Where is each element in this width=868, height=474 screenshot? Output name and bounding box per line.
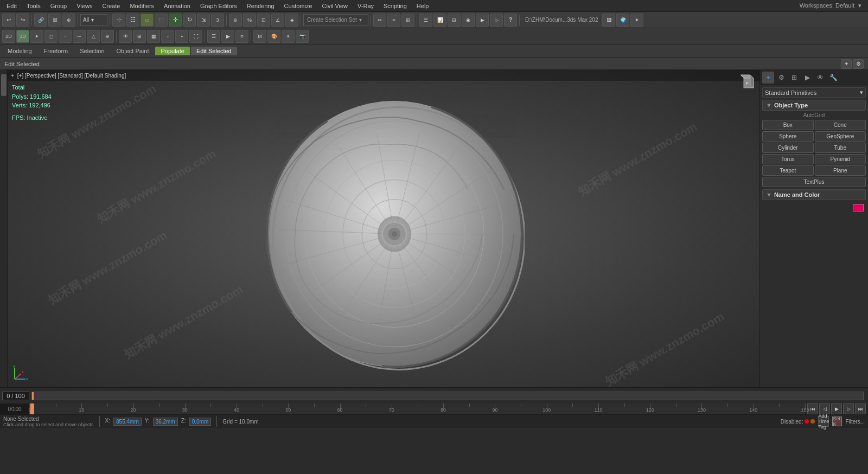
- align-button[interactable]: ≡: [387, 14, 400, 27]
- window-crossing-button[interactable]: ⬚: [155, 14, 168, 27]
- rp-tab-modify[interactable]: ⚙: [775, 72, 787, 84]
- snap-2d[interactable]: 2D: [2, 30, 15, 43]
- menu-scripting[interactable]: Scripting: [379, 2, 411, 10]
- scrubber-ruler[interactable]: 0102030405060708090100110120130140150: [30, 403, 805, 414]
- render-effects-btn[interactable]: ✦: [630, 14, 643, 27]
- vp-single[interactable]: ▪: [175, 30, 188, 43]
- percent-snap[interactable]: %: [243, 14, 256, 27]
- set-key-btn[interactable]: Set K: [832, 417, 842, 426]
- toggle-ribbon[interactable]: ≡: [235, 30, 248, 43]
- vp-quad[interactable]: ▫: [161, 30, 174, 43]
- torus-button[interactable]: Torus: [762, 154, 814, 164]
- object-type-section-header[interactable]: ▼ Object Type: [762, 100, 866, 111]
- quick-render[interactable]: ▷: [490, 14, 503, 27]
- toggle-command-panel[interactable]: ▶: [221, 30, 234, 43]
- menu-animation[interactable]: Animation: [159, 2, 195, 10]
- menu-graph-editors[interactable]: Graph Editors: [196, 2, 241, 10]
- geosphere-button[interactable]: GeoSphere: [815, 131, 866, 142]
- next-frame-btn[interactable]: ⏭: [855, 403, 866, 414]
- rp-tab-utilities[interactable]: 🔧: [827, 72, 839, 84]
- bind-to-space-warp[interactable]: ⊕: [62, 14, 75, 27]
- prev-key-btn[interactable]: ◁: [819, 403, 830, 414]
- edit-selected-tool-1[interactable]: ✦: [841, 59, 852, 69]
- color-swatch[interactable]: [853, 204, 864, 212]
- undo-button[interactable]: [2, 14, 15, 27]
- schematic-view[interactable]: ⊟: [448, 14, 461, 27]
- snap-toggle[interactable]: ◈: [285, 14, 298, 27]
- angle-snap[interactable]: ∠: [271, 14, 284, 27]
- timeline-track[interactable]: [31, 392, 864, 400]
- menu-help[interactable]: Help: [412, 2, 433, 10]
- spinner-snap[interactable]: ⊡: [257, 14, 270, 27]
- ribbon-tab-object-paint[interactable]: Object Paint: [111, 47, 155, 55]
- y-value[interactable]: 36.2mm: [153, 418, 178, 426]
- layer-manager[interactable]: ☰: [419, 14, 432, 27]
- menu-vray[interactable]: V-Ray: [353, 2, 378, 10]
- menu-modifiers[interactable]: Modifiers: [125, 2, 158, 10]
- ribbon-tab-selection[interactable]: Selection: [74, 47, 110, 55]
- mirror-button[interactable]: ⇔: [373, 14, 386, 27]
- vp-layout[interactable]: ▦: [147, 30, 160, 43]
- use-pivot-center[interactable]: ⊚: [229, 14, 242, 27]
- viewport-config[interactable]: ⊞: [133, 30, 146, 43]
- scale-type-button[interactable]: 3: [211, 14, 224, 27]
- viewcube-icon[interactable]: P: [738, 72, 755, 89]
- snaps-button[interactable]: ✦: [30, 30, 43, 43]
- menu-group[interactable]: Group: [46, 2, 72, 10]
- menu-views[interactable]: Views: [72, 2, 97, 10]
- redo-button[interactable]: [16, 14, 29, 27]
- open-camera[interactable]: 📷: [296, 30, 309, 43]
- sphere-button[interactable]: Sphere: [762, 131, 814, 142]
- select-rotate-button[interactable]: ↻: [183, 14, 196, 27]
- snap-3d[interactable]: 3D: [16, 30, 29, 43]
- rp-tab-create[interactable]: +: [762, 72, 774, 84]
- rp-tab-hierarchy[interactable]: ⊞: [788, 72, 800, 84]
- timeline-playhead[interactable]: [32, 392, 34, 400]
- textplus-button[interactable]: TextPlus: [762, 177, 866, 187]
- edge-snap[interactable]: ─: [73, 30, 86, 43]
- select-move-button[interactable]: ✛: [169, 14, 182, 27]
- z-value[interactable]: 0.0mm: [189, 418, 212, 426]
- cylinder-button[interactable]: Cylinder: [762, 143, 814, 153]
- align-type-btn[interactable]: ⊞: [401, 14, 414, 27]
- open-material-browser[interactable]: M: [253, 30, 266, 43]
- view-mode[interactable]: 👁: [119, 30, 132, 43]
- menu-create[interactable]: Create: [98, 2, 124, 10]
- next-key-btn[interactable]: ▷: [843, 403, 854, 414]
- play-btn[interactable]: ▶: [831, 403, 842, 414]
- select-object-button[interactable]: ⊹: [112, 14, 125, 27]
- render-frame-btn[interactable]: 🖼: [602, 14, 615, 27]
- face-snap[interactable]: △: [87, 30, 100, 43]
- help-button[interactable]: [504, 14, 517, 27]
- rp-tab-display[interactable]: 👁: [814, 72, 826, 84]
- viewport-plus-btn[interactable]: +: [11, 73, 14, 79]
- edit-selected-tool-2[interactable]: ⚙: [853, 59, 864, 69]
- track-view[interactable]: 📊: [433, 14, 446, 27]
- display-floater[interactable]: ☰: [207, 30, 220, 43]
- menu-civil-view[interactable]: Civil View: [318, 2, 352, 10]
- rp-tab-motion[interactable]: ▶: [801, 72, 813, 84]
- primitives-dropdown[interactable]: Standard Primitives ▾: [762, 87, 866, 98]
- pivot-snap[interactable]: ⊕: [101, 30, 114, 43]
- tube-button[interactable]: Tube: [815, 143, 866, 153]
- unlink-button[interactable]: [48, 14, 61, 27]
- ribbon-tab-edit-selected[interactable]: Edit Selected: [191, 47, 237, 55]
- ribbon-tab-modeling[interactable]: Modeling: [2, 47, 37, 55]
- cone-button[interactable]: Cone: [815, 120, 866, 130]
- render-env-btn[interactable]: 🌍: [616, 14, 629, 27]
- rectangular-select-button[interactable]: ▭: [141, 14, 154, 27]
- object-color-picker[interactable]: 🎨: [267, 30, 280, 43]
- vp-expand[interactable]: ⛶: [189, 30, 202, 43]
- workspaces-dropdown-arrow[interactable]: ▾: [858, 2, 861, 9]
- pyramid-button[interactable]: Pyramid: [815, 154, 866, 164]
- red-dot-indicator[interactable]: [805, 419, 809, 424]
- select-scale-button[interactable]: ⇲: [197, 14, 210, 27]
- object-snap[interactable]: ◻: [44, 30, 58, 43]
- box-button[interactable]: Box: [762, 120, 814, 130]
- select-by-name-button[interactable]: ☷: [126, 14, 139, 27]
- menu-customize[interactable]: Customize: [280, 2, 317, 10]
- orange-dot-indicator[interactable]: [810, 419, 815, 424]
- render-scene[interactable]: ▶: [476, 14, 489, 27]
- vertex-snap[interactable]: ·: [59, 30, 72, 43]
- menu-rendering[interactable]: Rendering: [242, 2, 279, 10]
